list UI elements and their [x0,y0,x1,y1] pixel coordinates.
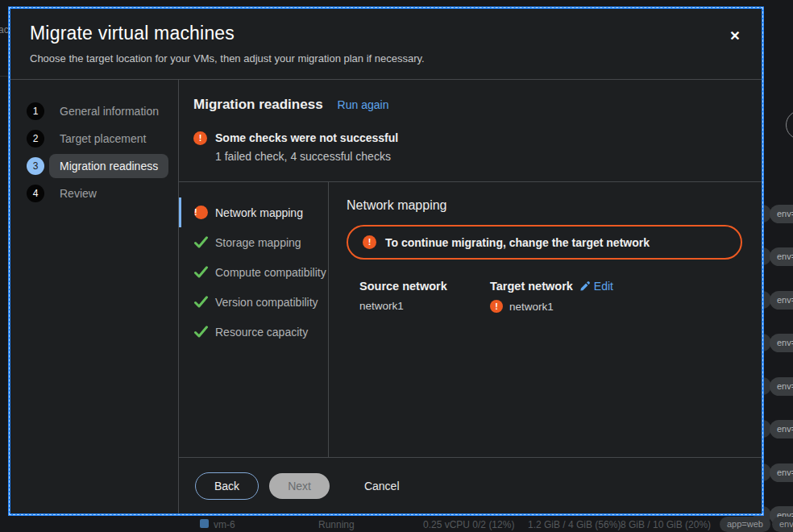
env-badge: env= [770,291,793,310]
step-number-badge: 3 [27,157,44,175]
warning-icon: ! [490,300,503,313]
next-button[interactable]: Next [269,473,330,499]
check-success-icon [194,326,208,338]
vm-name: vm-6 [214,519,235,530]
readiness-alert-detail: 1 failed check, 4 successful checks [215,150,398,163]
vm-memory: 1.2 GiB / 4 GiB (56%) [528,519,621,530]
background-table-row: vm-6 Running 0.25 vCPU 0/2 (12%) 1.2 GiB… [0,517,793,532]
wizard-step-target-placement[interactable]: 2 Target placement [10,125,178,152]
check-tab-network-mapping[interactable]: ! Network mapping [179,197,328,227]
check-label: Compute compatibility [215,266,326,279]
env-badge: env= [770,247,793,266]
right-edge-badges: env= env= env= env= env= env= env= env= [761,0,793,532]
check-results-nav: ! Network mapping Storage mapping Comp [179,182,329,457]
wizard-step-review[interactable]: 4 Review [10,180,178,207]
check-label: Resource capacity [215,326,308,339]
network-warning-alert: ! To continue migrating, change the targ… [347,225,742,260]
warning-icon: ! [194,206,208,219]
vm-icon [200,519,209,528]
target-network-name: network1 [509,301,554,313]
network-mapping-columns: Source network network1 Target network [359,280,742,313]
step-number-badge: 4 [27,185,44,202]
check-success-icon [194,296,208,308]
background-divider [0,76,8,77]
run-again-link[interactable]: Run again [338,98,389,111]
env-badge: env= [770,334,793,352]
step-label: General information [49,99,169,123]
source-network-name: network1 [359,300,404,312]
pencil-icon [579,281,590,292]
warning-icon: ! [363,235,376,249]
migrate-vms-modal: Migrate virtual machines Choose the targ… [8,6,764,516]
warning-icon: ! [193,131,207,145]
source-network-value: network1 [359,300,490,312]
step-number-badge: 1 [27,102,44,120]
vm-status: Running [318,519,355,530]
check-success-icon [194,266,208,278]
edit-label: Edit [594,280,613,293]
check-label: Storage mapping [215,236,301,249]
modal-subtitle: Choose the target location for your VMs,… [30,52,742,64]
readiness-summary: Migration readiness Run again ! Some che… [179,80,762,182]
app-badge: app=web [720,517,770,532]
wizard-main-panel: Migration readiness Run again ! Some che… [179,80,762,513]
env-badge: env= [770,377,793,396]
check-success-icon [194,236,208,248]
source-network-label: Source network [359,280,447,293]
check-label: Version compatibility [215,296,318,309]
readiness-alert-title: Some checks were not successful [215,131,398,144]
env-badge: env= [770,463,793,482]
checks-body: ! Network mapping Storage mapping Comp [179,182,762,457]
step-label: Migration readiness [49,154,168,178]
vm-storage: 8 GiB / 10 GiB (20%) [621,519,711,530]
wizard-step-general-information[interactable]: 1 General information [10,98,178,125]
cancel-button[interactable]: Cancel [355,473,409,499]
close-icon[interactable]: ✕ [725,27,745,46]
step-number-badge: 2 [27,130,44,148]
readiness-heading: Migration readiness [193,97,323,113]
wizard-step-migration-readiness[interactable]: 3 Migration readiness [10,152,178,180]
edit-target-network-button[interactable]: Edit [579,280,613,293]
wizard-body: 1 General information 2 Target placement… [10,80,762,513]
back-button[interactable]: Back [195,472,259,500]
target-network-label: Target network [490,280,573,293]
step-label: Review [49,181,107,206]
env-badge: env= [770,420,793,438]
check-tab-compute-compatibility[interactable]: Compute compatibility [179,257,328,287]
target-network-value: ! network1 [490,300,621,313]
step-label: Target placement [49,127,156,151]
check-tab-resource-capacity[interactable]: Resource capacity [179,317,328,347]
env-badge: env= [770,205,793,223]
wizard-footer: Back Next Cancel [179,457,762,513]
check-tab-storage-mapping[interactable]: Storage mapping [179,227,328,257]
env-badge: env= [772,517,793,532]
target-network-column: Target network Edit ! network1 [490,280,621,313]
source-network-column: Source network network1 [359,280,490,313]
modal-title: Migrate virtual machines [30,23,742,44]
check-tab-version-compatibility[interactable]: Version compatibility [179,287,328,317]
check-detail-panel: Network mapping ! To continue migrating,… [329,182,762,457]
wizard-steps-sidebar: 1 General information 2 Target placement… [10,80,179,513]
check-label: Network mapping [215,206,303,219]
detail-heading: Network mapping [347,198,742,213]
vm-cpu: 0.25 vCPU 0/2 (12%) [423,519,514,530]
modal-header: Migrate virtual machines Choose the targ… [10,9,762,80]
alert-message: To continue migrating, change the target… [385,236,650,249]
